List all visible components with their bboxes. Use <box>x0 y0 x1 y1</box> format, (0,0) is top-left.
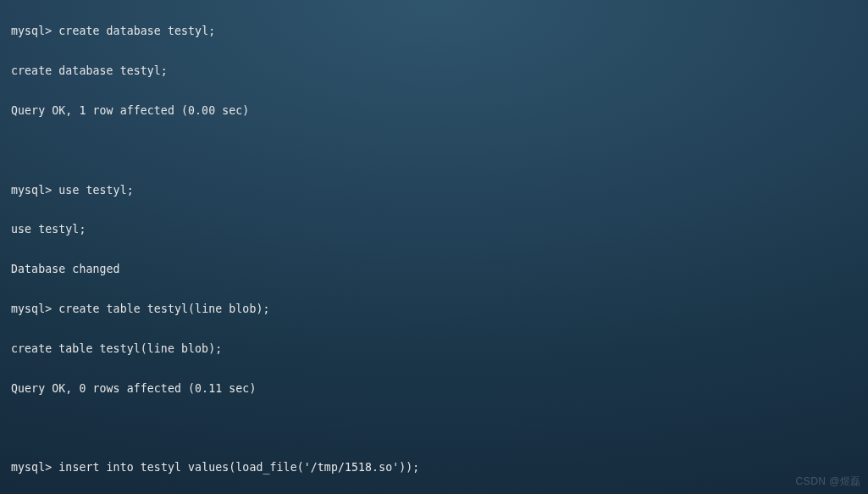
sql-command: create table testyl(line blob); <box>58 303 269 315</box>
terminal-line: create database testyl; <box>11 61 868 80</box>
terminal-line: create table testyl(line blob); <box>11 339 868 358</box>
blank-line <box>11 141 868 160</box>
sql-echo: use testyl; <box>11 223 86 236</box>
terminal-line: mysql> create database testyl; <box>11 21 868 41</box>
terminal-line: Database changed <box>11 259 868 279</box>
sql-command: create database testyl; <box>58 25 215 37</box>
terminal-line: use testyl; <box>11 219 868 239</box>
sql-echo: create database testyl; <box>11 64 168 77</box>
blank-line <box>11 419 868 438</box>
sql-command: insert into testyl values(load_file('/tm… <box>58 461 419 474</box>
sql-result: Query OK, 1 row affected (0.00 sec) <box>11 104 249 117</box>
terminal-line: mysql> use testyl; <box>11 180 868 200</box>
mysql-prompt: mysql> <box>11 303 52 315</box>
terminal-output[interactable]: mysql> create database testyl; create da… <box>0 0 868 494</box>
mysql-prompt: mysql> <box>11 184 52 197</box>
terminal-line: mysql> insert into testyl values(load_fi… <box>11 458 868 477</box>
sql-result: Query OK, 0 rows affected (0.11 sec) <box>11 382 256 395</box>
mysql-prompt: mysql> <box>11 25 52 37</box>
mysql-prompt: mysql> <box>11 461 52 474</box>
sql-result: Database changed <box>11 263 120 275</box>
terminal-line: mysql> create table testyl(line blob); <box>11 299 868 319</box>
sql-command: use testyl; <box>58 184 133 197</box>
terminal-line: Query OK, 1 row affected (0.00 sec) <box>11 101 868 120</box>
sql-echo: create table testyl(line blob); <box>11 342 222 355</box>
terminal-line: Query OK, 0 rows affected (0.11 sec) <box>11 379 868 398</box>
